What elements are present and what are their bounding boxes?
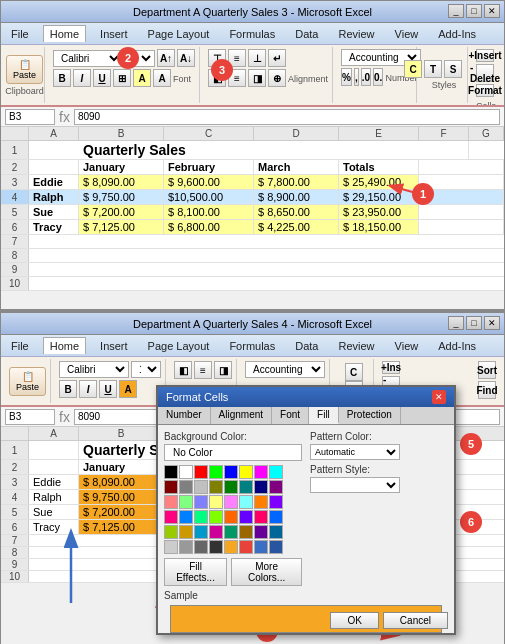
color-swatch[interactable] <box>179 510 193 524</box>
no-color-button[interactable]: No Color <box>164 444 302 461</box>
color-swatch[interactable] <box>254 540 268 554</box>
format-as-table-button[interactable]: T <box>424 60 442 78</box>
b-cell-a2[interactable] <box>29 460 79 474</box>
color-swatch[interactable] <box>164 510 178 524</box>
cell-d5[interactable]: $ 8,650.00 <box>254 205 339 219</box>
b-paste-button[interactable]: 📋 Paste <box>9 367 46 396</box>
comma-button[interactable]: , <box>354 68 359 86</box>
dialog-tab-fill[interactable]: Fill <box>309 407 339 424</box>
color-swatch[interactable] <box>209 510 223 524</box>
color-swatch[interactable] <box>179 525 193 539</box>
tab-formulas[interactable]: Formulas <box>223 26 281 42</box>
paste-button[interactable]: 📋 Paste <box>6 55 43 84</box>
color-swatch[interactable] <box>239 510 253 524</box>
formula-input[interactable] <box>74 109 500 125</box>
color-swatch[interactable] <box>224 540 238 554</box>
color-swatch[interactable] <box>254 480 268 494</box>
cell-d3[interactable]: $ 7,800.00 <box>254 175 339 189</box>
conditional-format-button[interactable]: C <box>404 60 422 78</box>
percent-button[interactable]: % <box>341 68 352 86</box>
dialog-tab-font[interactable]: Font <box>272 407 309 424</box>
color-swatch[interactable] <box>164 525 178 539</box>
increase-font-button[interactable]: A↑ <box>157 49 175 67</box>
color-swatch[interactable] <box>209 465 223 479</box>
b-number-selector[interactable]: Accounting <box>245 361 325 378</box>
color-swatch[interactable] <box>269 510 283 524</box>
b-sort-button[interactable]: Sort <box>478 361 496 379</box>
more-colors-button[interactable]: More Colors... <box>231 558 302 586</box>
bottom-restore-button[interactable]: □ <box>466 316 482 330</box>
color-swatch[interactable] <box>179 495 193 509</box>
btab-file[interactable]: File <box>5 338 35 354</box>
color-swatch[interactable] <box>269 480 283 494</box>
color-swatch[interactable] <box>194 540 208 554</box>
tab-insert[interactable]: Insert <box>94 26 134 42</box>
fill-effects-button[interactable]: Fill Effects... <box>164 558 227 586</box>
dialog-close-button[interactable]: ✕ <box>432 390 446 404</box>
cell-c5[interactable]: $ 8,100.00 <box>164 205 254 219</box>
color-swatch[interactable] <box>224 510 238 524</box>
b-cell-b2[interactable]: January <box>79 460 164 474</box>
pattern-style-selector[interactable] <box>310 477 400 493</box>
cell-e6[interactable]: $ 18,150.00 <box>339 220 419 234</box>
cell-b5[interactable]: $ 7,200.00 <box>79 205 164 219</box>
btab-insert[interactable]: Insert <box>94 338 134 354</box>
b-underline-button[interactable]: U <box>99 380 117 398</box>
format-button[interactable]: Format <box>476 84 494 97</box>
ok-button[interactable]: OK <box>330 612 378 629</box>
color-swatch[interactable] <box>269 525 283 539</box>
b-cond-format-button[interactable]: C <box>345 363 363 381</box>
btab-home[interactable]: Home <box>43 337 86 354</box>
color-swatch[interactable] <box>194 480 208 494</box>
fill-color-button[interactable]: A <box>133 69 151 87</box>
delete-button[interactable]: -Delete <box>476 64 494 82</box>
b-cell-a5[interactable]: Sue <box>29 505 79 519</box>
b-cell-a6[interactable]: Tracy <box>29 520 79 534</box>
b-bold-button[interactable]: B <box>59 380 77 398</box>
b-align-right-button[interactable]: ◨ <box>214 361 232 379</box>
color-swatch[interactable] <box>239 495 253 509</box>
b-font-selector[interactable]: Calibri <box>59 361 129 378</box>
cell-f2[interactable] <box>419 160 504 174</box>
color-swatch[interactable] <box>269 495 283 509</box>
insert-button[interactable]: +Insert <box>476 49 494 62</box>
cell-b1[interactable]: Quarterly Sales <box>79 141 469 159</box>
border-button[interactable]: ⊞ <box>113 69 131 87</box>
b-font-size-selector[interactable]: 14 <box>131 361 161 378</box>
color-swatch[interactable] <box>194 510 208 524</box>
btab-view[interactable]: View <box>389 338 425 354</box>
align-bottom-button[interactable]: ⊥ <box>248 49 266 67</box>
color-swatch[interactable] <box>224 495 238 509</box>
cell-f6[interactable] <box>419 220 504 234</box>
color-swatch[interactable] <box>209 525 223 539</box>
cell-d4[interactable]: $ 8,900.00 <box>254 190 339 204</box>
color-swatch[interactable] <box>209 495 223 509</box>
color-swatch[interactable] <box>254 525 268 539</box>
color-swatch[interactable] <box>194 495 208 509</box>
color-swatch[interactable] <box>239 480 253 494</box>
cell-b3[interactable]: $ 8,090.00 <box>79 175 164 189</box>
color-swatch[interactable] <box>209 480 223 494</box>
b-italic-button[interactable]: I <box>79 380 97 398</box>
b-align-center-button[interactable]: ≡ <box>194 361 212 379</box>
pattern-color-selector[interactable]: Automatic <box>310 444 400 460</box>
restore-button[interactable]: □ <box>466 4 482 18</box>
cell-c3[interactable]: $ 9,600.00 <box>164 175 254 189</box>
cell-e3[interactable]: $ 25,490.00 <box>339 175 419 189</box>
color-swatch[interactable] <box>239 465 253 479</box>
cell-c6[interactable]: $ 6,800.00 <box>164 220 254 234</box>
cell-e2[interactable]: Totals <box>339 160 419 174</box>
color-swatch[interactable] <box>209 540 223 554</box>
cell-a5[interactable]: Sue <box>29 205 79 219</box>
tab-review[interactable]: Review <box>332 26 380 42</box>
btab-data[interactable]: Data <box>289 338 324 354</box>
bottom-minimize-button[interactable]: _ <box>448 316 464 330</box>
font-color-button[interactable]: A <box>153 69 171 87</box>
color-swatch[interactable] <box>269 465 283 479</box>
btab-addins[interactable]: Add-Ins <box>432 338 482 354</box>
cell-b2[interactable]: January <box>79 160 164 174</box>
name-box[interactable] <box>5 109 55 125</box>
cell-c2[interactable]: February <box>164 160 254 174</box>
font-selector[interactable]: Calibri <box>53 50 123 67</box>
cell-b6[interactable]: $ 7,125.00 <box>79 220 164 234</box>
